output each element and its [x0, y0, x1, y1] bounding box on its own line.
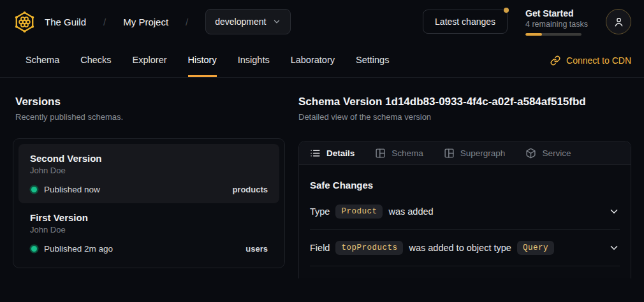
breadcrumb: The Guild / My Project / development	[13, 9, 291, 34]
nav-tab-explorer[interactable]: Explorer	[133, 43, 167, 77]
project-nav: Schema Checks Explorer History Insights …	[0, 43, 644, 78]
columns-icon	[375, 148, 386, 159]
nav-tab-insights[interactable]: Insights	[238, 43, 270, 77]
version-meta: Published 2m ago users	[30, 244, 268, 254]
get-started-widget[interactable]: Get Started 4 remaining tasks	[525, 8, 588, 36]
chevron-down-icon	[272, 17, 281, 26]
schema-version-detail-box: Details Schema Sup	[298, 141, 631, 278]
schema-version-title: Schema Version 1d14db83-0933-4f4c-a02f-a…	[298, 96, 631, 108]
get-started-progress-track	[525, 33, 582, 36]
service-name: users	[245, 244, 268, 254]
detail-tab-label: Details	[326, 148, 355, 158]
version-author: John Doe	[30, 225, 268, 234]
nav-tab-settings[interactable]: Settings	[356, 43, 389, 77]
change-code-chip: topProducts	[335, 241, 403, 255]
version-author: John Doe	[30, 166, 268, 175]
published-status-dot	[31, 187, 37, 192]
version-card[interactable]: Second Version John Doe Published now pr…	[18, 144, 279, 203]
versions-title: Versions	[13, 96, 285, 108]
change-text: Type	[310, 206, 330, 217]
user-avatar[interactable]	[606, 9, 631, 34]
change-code-chip: Product	[335, 205, 383, 219]
nav-tab-schema[interactable]: Schema	[26, 43, 59, 77]
version-name: First Version	[30, 212, 268, 223]
header-actions: Latest changes Get Started 4 remaining t…	[423, 8, 631, 36]
target-select[interactable]: development	[205, 9, 291, 34]
breadcrumb-separator: /	[186, 17, 188, 27]
main-content: Versions Recently published schemas. Sec…	[0, 78, 644, 278]
app-header: The Guild / My Project / development Lat…	[0, 0, 644, 43]
chevron-down-icon[interactable]	[608, 206, 620, 217]
chevron-down-icon[interactable]	[608, 242, 620, 254]
detail-tab-label: Service	[542, 148, 571, 158]
service-name: products	[232, 185, 268, 194]
link-icon	[550, 55, 560, 66]
breadcrumb-separator: /	[103, 17, 106, 27]
versions-panel: Versions Recently published schemas. Sec…	[13, 96, 285, 278]
cube-icon	[525, 148, 536, 159]
target-select-value: development	[215, 17, 266, 27]
connect-to-cdn-link[interactable]: Connect to CDN	[550, 43, 631, 77]
published-status-dot	[31, 246, 37, 252]
detail-tab-service[interactable]: Service	[525, 148, 571, 159]
schema-version-panel: Schema Version 1d14db83-0933-4f4c-a02f-a…	[298, 96, 631, 278]
versions-list: Second Version John Doe Published now pr…	[13, 138, 285, 268]
breadcrumb-project[interactable]: My Project	[123, 17, 168, 27]
change-row[interactable]: Type Product was added	[310, 194, 620, 230]
detail-tab-details[interactable]: Details	[310, 148, 355, 159]
schema-version-subtitle: Detailed view of the schema version	[298, 112, 631, 122]
person-icon	[613, 16, 625, 28]
detail-tab-schema[interactable]: Schema	[375, 148, 423, 159]
version-meta: Published now products	[30, 185, 268, 194]
columns-icon	[444, 148, 455, 159]
version-name: Second Version	[30, 153, 268, 164]
change-text: Field	[310, 243, 330, 253]
get-started-progress-fill	[525, 33, 542, 36]
nav-tab-checks[interactable]: Checks	[80, 43, 111, 77]
get-started-title: Get Started	[525, 8, 588, 18]
versions-subtitle: Recently published schemas.	[13, 112, 285, 122]
nav-tab-history[interactable]: History	[188, 43, 217, 77]
safe-changes-title: Safe Changes	[310, 180, 620, 191]
detail-tab-list: Details Schema Sup	[299, 141, 631, 165]
breadcrumb-org[interactable]: The Guild	[45, 17, 86, 27]
version-card[interactable]: First Version John Doe Published 2m ago …	[18, 203, 279, 262]
nav-tab-laboratory[interactable]: Laboratory	[291, 43, 335, 77]
get-started-subtitle: 4 remaining tasks	[525, 20, 588, 29]
change-text: was added to object type	[409, 243, 511, 253]
change-row[interactable]: Field topProducts was added to object ty…	[310, 230, 620, 266]
detail-tab-supergraph[interactable]: Supergraph	[444, 148, 506, 159]
notification-dot	[504, 8, 509, 13]
published-label: Published now	[44, 185, 100, 194]
published-label: Published 2m ago	[44, 244, 113, 254]
nav-tab-list: Schema Checks Explorer History Insights …	[13, 43, 389, 77]
hive-logo-icon[interactable]	[13, 10, 36, 34]
latest-changes-button[interactable]: Latest changes	[423, 10, 508, 34]
change-text: was added	[388, 206, 433, 217]
latest-changes-label: Latest changes	[435, 17, 495, 27]
change-code-chip: Query	[517, 241, 554, 255]
detail-tab-label: Supergraph	[460, 148, 506, 158]
detail-tab-label: Schema	[392, 148, 423, 158]
list-icon	[310, 148, 321, 159]
connect-to-cdn-label: Connect to CDN	[566, 55, 631, 66]
detail-content: Safe Changes Type Product was added Fiel…	[299, 180, 631, 266]
